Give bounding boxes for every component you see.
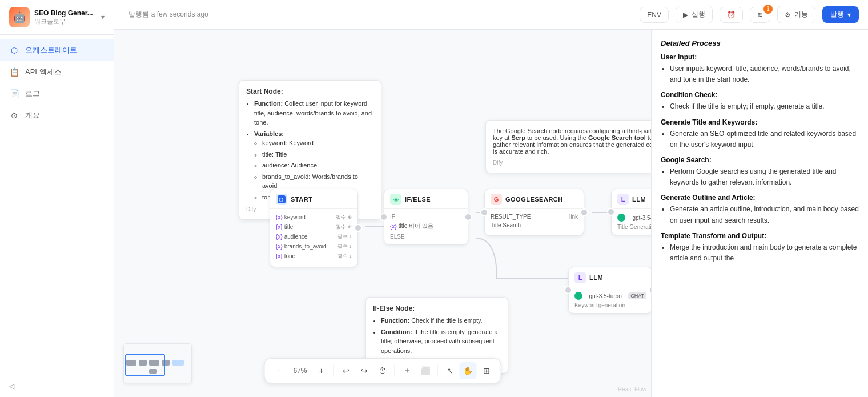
section-outline-list: Generate an article outline, introductio… <box>661 204 859 226</box>
googlesearch-result-row: RESULT_TYPE link <box>491 214 578 220</box>
start-annotation-list: Function: Collect user input for keyword… <box>246 99 374 202</box>
ifelse-node-connector-right <box>464 213 472 221</box>
googlesearch-connector-right <box>580 208 588 216</box>
section-google-search-heading: Google Search: <box>661 156 859 164</box>
google-annotation-card: The Google Search node requires configur… <box>485 120 651 173</box>
run-icon: ▶ <box>683 11 688 19</box>
else-label: ELSE <box>390 234 462 240</box>
ifelse-node[interactable]: ◈ IF/ELSE IF {x} title 비어 있음 ELSE <box>384 189 468 245</box>
schedule-button[interactable]: ⏰ <box>720 7 743 23</box>
ifelse-annotation-title: If-Else Node: <box>373 304 501 312</box>
svg-text:⬡: ⬡ <box>279 197 283 203</box>
zoom-in-button[interactable]: + <box>313 362 330 379</box>
status-text: 발행됨 a few seconds ago <box>128 10 208 19</box>
ifelse-node-title: IF/ELSE <box>405 196 431 203</box>
llm1-node-title: LLM <box>632 196 646 203</box>
redo-button[interactable]: ↪ <box>356 362 373 379</box>
section-template-heading: Template Transform and Output: <box>661 232 859 240</box>
chevron-down-icon: ▾ <box>101 13 105 21</box>
var-keyword: keyword: Keyword <box>262 138 374 148</box>
sidebar-header: 🤖 SEO Blog Gener... 워크플로우 ▾ <box>0 0 114 35</box>
run-button[interactable]: ▶ 실행 <box>676 6 713 23</box>
llm1-label: Title Generation <box>617 224 651 230</box>
user-input-item-1: User inputs keyword, title, audience, wo… <box>670 63 859 85</box>
ifelse-condition-item: Condition: If the title is empty, genera… <box>381 327 501 356</box>
toolbar-divider-1 <box>333 365 334 376</box>
googlesearch-node[interactable]: G GOOGLESEARCH RESULT_TYPE link Title Se… <box>484 189 584 236</box>
sidebar-item-overview[interactable]: ⊙ 개요 <box>0 105 114 126</box>
notification-badge: 1 <box>763 5 773 14</box>
llm1-node[interactable]: L LLM gpt-3.5-turbo CHAT Title Generatio… <box>611 189 651 235</box>
topbar: · 발행됨 a few seconds ago ENV ▶ 실행 ⏰ ≋ 1 ⚙… <box>114 0 868 30</box>
mini-node-5 <box>172 360 184 366</box>
bullet-separator: · <box>123 11 125 19</box>
undo-button[interactable]: ↩ <box>337 362 355 379</box>
run-label: 실행 <box>692 10 705 19</box>
hand-icon: ✋ <box>463 366 473 375</box>
frame-button[interactable]: ⬜ <box>417 362 434 379</box>
schedule-button-wrap: ⏰ <box>720 7 743 23</box>
var-brands: brands_to_avoid: Words/brands to avoid <box>262 172 374 191</box>
start-annotation-title: Start Node: <box>246 87 374 95</box>
history-button[interactable]: ⏱ <box>374 362 391 379</box>
llm3-model-icon <box>574 292 582 300</box>
add-icon: ＋ <box>403 366 411 376</box>
template-item-1: Merge the introduction and main body to … <box>670 242 859 264</box>
sidebar-item-orchestrate-label: 오케스트레이트 <box>25 45 77 55</box>
history-icon: ⏱ <box>379 366 387 375</box>
start-node[interactable]: ⬡ START {x} keyword 필수 ⊕ {x} title 필수 ⊕ <box>270 189 358 267</box>
section-template-list: Merge the introduction and main body to … <box>661 242 859 264</box>
env-button[interactable]: ENV <box>640 7 669 23</box>
var-title: title: Title <box>262 150 374 159</box>
google-annotation-text: The Google Search node requires configur… <box>493 127 651 155</box>
sidebar-collapse-button[interactable]: ◁ <box>0 375 114 397</box>
grid-button[interactable]: ⊞ <box>478 362 495 379</box>
publish-button[interactable]: 발행 ▾ <box>822 6 859 23</box>
section-user-input-list: User inputs keyword, title, audience, wo… <box>661 63 859 85</box>
grid-icon: ⊞ <box>483 366 490 375</box>
app-title: SEO Blog Gener... <box>34 9 97 17</box>
select-button[interactable]: ↖ <box>441 362 459 379</box>
sidebar-item-orchestrate[interactable]: ⬡ 오케스트레이트 <box>0 39 114 61</box>
canvas-area: Start Node: Function: Collect user input… <box>114 30 868 397</box>
if-label: IF <box>390 214 462 220</box>
app-icon: 🤖 <box>9 7 30 27</box>
schedule-icon: ⏰ <box>727 11 736 19</box>
ifelse-annotation-list: Function: Check if the title is empty. C… <box>373 316 501 355</box>
workflow-canvas[interactable]: Start Node: Function: Collect user input… <box>114 30 651 397</box>
googlesearch-node-header: G GOOGLESEARCH <box>485 189 584 209</box>
section-title-keywords-heading: Generate Title and Keywords: <box>661 118 859 126</box>
monitor-icon: ≋ <box>757 11 763 19</box>
ifelse-row: {x} title 비어 있음 <box>390 222 462 230</box>
zoom-label: 67% <box>289 367 312 375</box>
right-panel-title: Detailed Process <box>661 39 859 47</box>
googlesearch-node-body: RESULT_TYPE link Title Search <box>485 209 584 235</box>
mini-map <box>123 343 192 383</box>
start-node-icon: ⬡ <box>276 194 287 205</box>
llm1-model-row: gpt-3.5-turbo CHAT <box>617 214 651 222</box>
sidebar-item-api-label: API 엑세스 <box>25 67 62 77</box>
bottom-toolbar: − 67% + ↩ ↪ ⏱ ＋ <box>264 358 501 383</box>
add-button[interactable]: ＋ <box>399 362 416 379</box>
sidebar-item-overview-label: 개요 <box>25 110 40 121</box>
node-row-keyword: {x} keyword 필수 ⊕ <box>276 214 352 221</box>
zoom-out-button[interactable]: − <box>271 362 288 379</box>
section-condition-list: Check if the title is empty; if empty, g… <box>661 101 859 112</box>
llm3-node[interactable]: L LLM gpt-3.5-turbo CHAT Keyword generat… <box>568 267 651 314</box>
section-google-search-list: Perform Google searches using the genera… <box>661 166 859 188</box>
llm3-connector-left <box>564 286 572 294</box>
sidebar-item-log-label: 로그 <box>25 89 40 99</box>
sidebar-item-log[interactable]: 📄 로그 <box>0 83 114 105</box>
redo-icon: ↪ <box>361 366 368 375</box>
mini-map-inner <box>124 344 191 383</box>
sidebar-item-api-access[interactable]: 📋 API 엑세스 <box>0 61 114 83</box>
features-button[interactable]: ⚙ 기능 <box>777 6 815 23</box>
features-icon: ⚙ <box>785 11 791 19</box>
llm1-node-body: gpt-3.5-turbo CHAT Title Generation <box>612 209 651 235</box>
llm3-node-title: LLM <box>589 274 603 281</box>
llm3-label: Keyword generation <box>574 302 646 308</box>
hand-button[interactable]: ✋ <box>460 362 477 379</box>
llm1-connector-left <box>607 208 615 216</box>
publish-label: 발행 <box>830 10 844 19</box>
env-label: ENV <box>647 11 661 19</box>
